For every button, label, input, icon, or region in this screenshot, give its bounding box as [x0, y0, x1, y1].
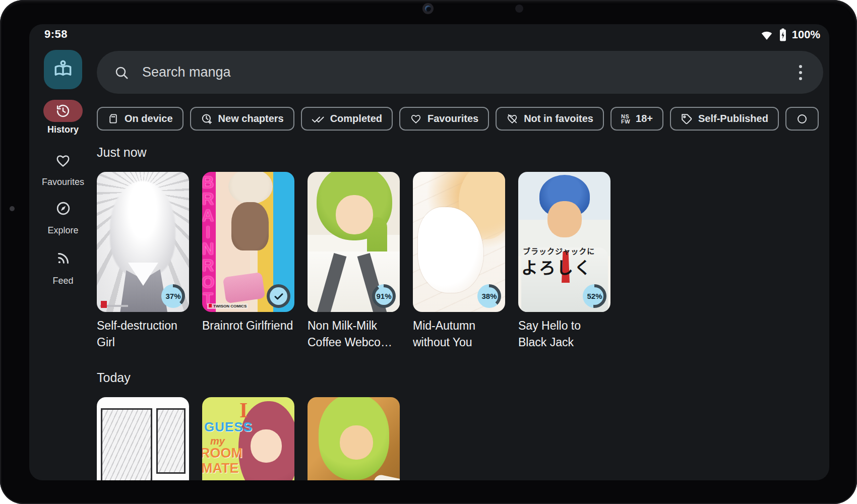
clock: 9:58 — [44, 28, 68, 41]
manga-cover — [308, 397, 400, 480]
cover-art — [110, 181, 175, 277]
filter-chip-self-published[interactable]: Self-Published — [670, 107, 779, 131]
rss-icon — [56, 251, 71, 266]
cover-art — [101, 301, 107, 308]
progress-badge: 91% — [372, 284, 396, 308]
card-row-just-now: 37% Self-destruction Girl BRAINROT TWISO… — [97, 172, 829, 351]
manga-cover: BRAINROT TWISON COMICS — [202, 172, 294, 312]
manga-card[interactable] — [97, 397, 189, 480]
filter-chip-label: Not in favoites — [524, 113, 593, 124]
manga-title: Self-destruction Girl — [97, 318, 189, 351]
cover-title-text: I — [239, 398, 248, 422]
filter-chip-label: New chapters — [218, 113, 284, 124]
card-row-today: I GUESS my ROOM MATE — [97, 397, 829, 480]
compass-icon — [55, 201, 71, 216]
sensor-dot — [515, 5, 523, 13]
manga-cover: 38% — [413, 172, 505, 312]
heart-icon — [410, 113, 422, 124]
mihon-book-logo-icon — [52, 58, 74, 81]
sidebar-item-explore[interactable] — [55, 201, 71, 216]
search-bar[interactable]: Search manga — [97, 51, 823, 94]
filter-chip-row: On device New chapters — [97, 107, 829, 131]
status-bar: 9:58 100% — [29, 24, 829, 46]
progress-badge: 52% — [583, 284, 606, 308]
progress-badge: 37% — [161, 284, 185, 308]
manga-card[interactable] — [308, 397, 400, 480]
section-heading-just-now: Just now — [97, 145, 829, 160]
filter-chip-new-chapters[interactable]: New chapters — [190, 107, 294, 131]
filter-chip-completed[interactable]: Completed — [301, 107, 393, 131]
cover-title-text-jp: よろしく — [521, 255, 592, 279]
kebab-menu-icon[interactable] — [795, 61, 806, 84]
manga-cover: 91% — [308, 172, 400, 312]
filter-chip-label: Favourites — [427, 113, 478, 124]
manga-card[interactable]: 91% Non Milk-Milk Coffee Webco… — [308, 172, 400, 351]
cover-art — [228, 172, 273, 204]
circle-icon — [796, 113, 808, 125]
search-placeholder: Search manga — [142, 65, 795, 80]
filter-chip-label: 18+ — [636, 113, 653, 124]
manga-card[interactable]: I GUESS my ROOM MATE — [202, 397, 294, 480]
cover-art — [223, 272, 265, 303]
history-clock-icon — [55, 103, 71, 118]
filter-chip-on-device[interactable]: On device — [97, 107, 183, 131]
filter-chip-18plus[interactable]: NS FW 18+ — [610, 107, 663, 131]
front-camera — [422, 3, 434, 14]
filter-chip-label: On device — [125, 113, 173, 124]
tablet-frame: 9:58 100% — [0, 0, 857, 504]
tag-icon — [681, 113, 693, 125]
side-camera — [10, 206, 15, 211]
main-content: Search manga On device — [97, 46, 829, 480]
sidebar-label-feed: Feed — [52, 276, 73, 286]
cover-title-text: BRAINROT — [202, 173, 217, 306]
progress-label: 52% — [587, 292, 602, 300]
double-check-icon — [312, 113, 325, 124]
manga-cover: ブラックジャックに よろしく 52% — [518, 172, 610, 312]
cover-art — [231, 202, 269, 250]
section-heading-today: Today — [97, 370, 829, 385]
sidebar-label-explore: Explore — [47, 225, 78, 236]
sidebar-item-feed[interactable] — [56, 251, 71, 266]
manga-card[interactable]: ブラックジャックに よろしく 52% Say Hello to Black Ja… — [518, 172, 610, 351]
cover-publisher-text: TWISON COMICS — [207, 303, 248, 309]
app-screen: 9:58 100% — [29, 24, 829, 480]
cover-title-text: ROOM — [202, 446, 242, 461]
cover-title-text: GUESS — [204, 419, 253, 435]
manga-card[interactable]: 37% Self-destruction Girl — [97, 172, 189, 351]
progress-label: 37% — [165, 292, 180, 300]
battery-percent: 100% — [792, 28, 820, 41]
filter-chip-label: Completed — [330, 113, 382, 124]
progress-label: 91% — [376, 292, 391, 300]
manga-cover: I GUESS my ROOM MATE — [202, 397, 294, 480]
filter-chip-not-in-favourites[interactable]: Not in favoites — [496, 107, 604, 131]
progress-label: 38% — [481, 292, 497, 300]
filter-chip-clipped[interactable] — [785, 107, 819, 131]
search-icon — [114, 65, 129, 80]
sidebar-item-favourites[interactable] — [55, 153, 71, 168]
cover-art — [156, 408, 186, 474]
manga-card[interactable]: BRAINROT TWISON COMICS Brainrot Girlfrie… — [202, 172, 294, 351]
cover-art — [336, 195, 373, 234]
sidebar-item-history[interactable] — [43, 100, 83, 122]
progress-badge: 38% — [477, 284, 501, 308]
check-icon — [273, 290, 285, 302]
completed-badge — [267, 284, 290, 308]
app-logo-button[interactable] — [44, 50, 82, 89]
filter-chip-favourites[interactable]: Favourites — [399, 107, 489, 131]
heart-icon — [55, 153, 71, 168]
filter-chip-label: Self-Published — [698, 113, 768, 124]
battery-charging-icon — [777, 27, 788, 42]
cover-art — [101, 408, 152, 480]
nsfw-icon: NS FW — [621, 114, 630, 124]
cover-art — [340, 425, 373, 460]
manga-title: Say Hello to Black Jack — [518, 318, 610, 351]
cover-art — [547, 201, 582, 237]
manga-card[interactable]: 38% Mid-Autumn without You — [413, 172, 505, 351]
sd-card-icon — [107, 113, 119, 124]
manga-cover — [97, 397, 189, 480]
manga-title: Non Milk-Milk Coffee Webco… — [308, 318, 400, 351]
heart-off-icon — [506, 113, 518, 124]
clock-plus-icon — [201, 113, 213, 125]
manga-title: Mid-Autumn without You — [413, 318, 505, 351]
sidebar-label-history: History — [47, 124, 79, 135]
